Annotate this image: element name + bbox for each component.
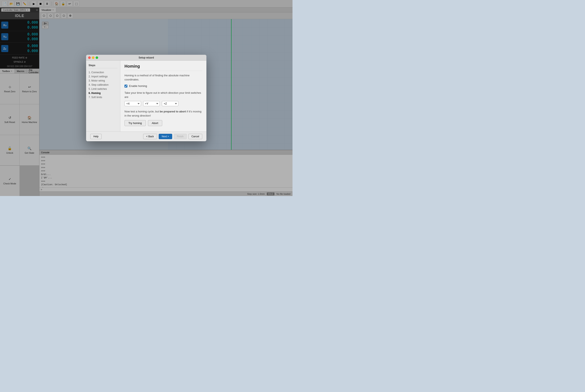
steps-title: Steps [88,64,118,68]
step-4[interactable]: 4. Step calibration [88,83,118,87]
direction-desc: Take your time to figure out in which di… [124,91,202,99]
homing-description: Homing is a method of of finding the abs… [124,74,202,82]
maximize-window-btn[interactable] [96,56,98,59]
enable-homing-label: Enable homing [129,84,147,88]
try-homing-btn[interactable]: Try homing [124,120,146,126]
test-desc-prefix: Now test a homing cycle, but [124,110,160,113]
minimize-window-btn[interactable] [92,56,94,59]
modal-overlay: Setup wizard Steps 1. Connection 2. Impo… [0,0,292,196]
step-1[interactable]: 1. Connection [88,70,118,74]
back-btn[interactable]: < Back [143,134,157,139]
modal-traffic-lights [88,56,98,59]
step-6[interactable]: 6. Homing [88,91,118,95]
x-direction-select[interactable]: +X -X [124,101,141,106]
test-description: Now test a homing cycle, but be prepared… [124,110,202,118]
modal-title: Setup wizard [138,56,154,59]
enable-homing-row: Enable homing [124,84,202,88]
test-desc-bold: be prepared to abort [160,110,186,113]
z-direction-select[interactable]: +Z -Z [162,101,178,106]
direction-dropdowns: +X -X +Y -Y +Z -Z [124,101,202,106]
help-btn[interactable]: Help [90,134,102,139]
cancel-btn[interactable]: Cancel [188,134,202,139]
close-window-btn[interactable] [88,56,91,59]
homing-page-title: Homing [124,64,202,71]
modal-titlebar: Setup wizard [86,55,206,60]
modal-body: Steps 1. Connection 2. Import settings 3… [86,60,206,132]
y-direction-select[interactable]: +Y -Y [143,101,160,106]
modal-footer: Help < Back Next > Finish Cancel [86,132,206,141]
abort-btn[interactable]: Abort [148,120,162,126]
setup-wizard-modal: Setup wizard Steps 1. Connection 2. Impo… [86,55,206,141]
step-3[interactable]: 3. Motor wiring [88,78,118,83]
next-btn[interactable]: Next > [159,134,172,139]
modal-steps-panel: Steps 1. Connection 2. Import settings 3… [86,60,120,132]
action-buttons: Try homing Abort [124,120,202,126]
step-2[interactable]: 2. Import settings [88,74,118,78]
enable-homing-checkbox[interactable] [124,84,127,88]
step-7[interactable]: 7. Soft limits [88,95,118,99]
finish-btn: Finish [174,134,187,139]
step-5[interactable]: 5. Limit switches [88,87,118,91]
modal-footer-right: < Back Next > Finish Cancel [143,134,202,139]
modal-main-content: Homing Homing is a method of of finding … [120,60,206,132]
